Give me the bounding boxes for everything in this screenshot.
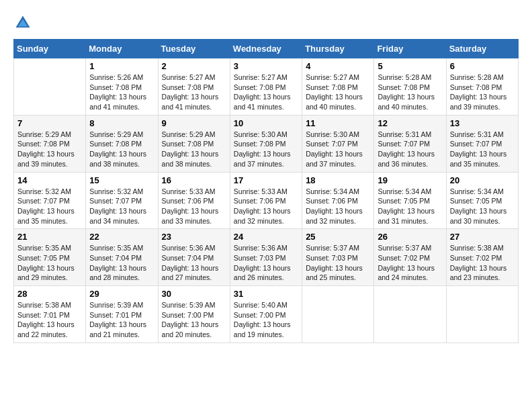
calendar-cell	[374, 286, 446, 343]
calendar-cell: 18Sunrise: 5:34 AM Sunset: 7:06 PM Dayli…	[302, 172, 374, 229]
calendar-cell: 6Sunrise: 5:28 AM Sunset: 7:08 PM Daylig…	[446, 58, 518, 116]
day-info: Sunrise: 5:37 AM Sunset: 7:03 PM Dayligh…	[306, 243, 370, 283]
calendar-cell: 27Sunrise: 5:38 AM Sunset: 7:02 PM Dayli…	[446, 229, 518, 286]
calendar-cell: 29Sunrise: 5:39 AM Sunset: 7:01 PM Dayli…	[86, 286, 158, 343]
column-header-sunday: Sunday	[14, 40, 86, 58]
day-info: Sunrise: 5:34 AM Sunset: 7:05 PM Dayligh…	[378, 187, 442, 226]
day-number: 28	[17, 289, 82, 299]
day-number: 25	[306, 232, 370, 242]
week-row-2: 7Sunrise: 5:29 AM Sunset: 7:08 PM Daylig…	[14, 115, 519, 172]
day-info: Sunrise: 5:36 AM Sunset: 7:03 PM Dayligh…	[234, 243, 298, 283]
day-info: Sunrise: 5:32 AM Sunset: 7:07 PM Dayligh…	[89, 187, 154, 226]
day-number: 9	[162, 118, 226, 128]
day-number: 8	[89, 118, 154, 128]
day-info: Sunrise: 5:36 AM Sunset: 7:04 PM Dayligh…	[162, 243, 226, 283]
day-number: 18	[306, 175, 370, 185]
day-number: 24	[234, 232, 298, 242]
day-number: 26	[378, 232, 442, 242]
day-info: Sunrise: 5:28 AM Sunset: 7:08 PM Dayligh…	[450, 73, 515, 112]
day-number: 16	[162, 175, 226, 185]
day-info: Sunrise: 5:29 AM Sunset: 7:08 PM Dayligh…	[17, 130, 82, 169]
day-info: Sunrise: 5:34 AM Sunset: 7:06 PM Dayligh…	[306, 187, 370, 226]
calendar-cell: 8Sunrise: 5:29 AM Sunset: 7:08 PM Daylig…	[86, 115, 158, 172]
day-info: Sunrise: 5:34 AM Sunset: 7:05 PM Dayligh…	[450, 187, 515, 226]
calendar-cell	[446, 286, 518, 343]
day-number: 5	[378, 61, 442, 71]
day-info: Sunrise: 5:39 AM Sunset: 7:00 PM Dayligh…	[162, 300, 226, 340]
calendar-cell: 12Sunrise: 5:31 AM Sunset: 7:07 PM Dayli…	[374, 115, 446, 172]
calendar-cell: 10Sunrise: 5:30 AM Sunset: 7:08 PM Dayli…	[230, 115, 302, 172]
day-number: 2	[162, 61, 226, 71]
day-number: 21	[17, 232, 82, 242]
calendar-cell: 28Sunrise: 5:38 AM Sunset: 7:01 PM Dayli…	[14, 286, 86, 343]
day-info: Sunrise: 5:31 AM Sunset: 7:07 PM Dayligh…	[450, 130, 515, 169]
week-row-5: 28Sunrise: 5:38 AM Sunset: 7:01 PM Dayli…	[14, 286, 519, 343]
column-header-tuesday: Tuesday	[158, 40, 230, 58]
day-info: Sunrise: 5:30 AM Sunset: 7:08 PM Dayligh…	[234, 130, 298, 169]
day-info: Sunrise: 5:27 AM Sunset: 7:08 PM Dayligh…	[306, 73, 370, 112]
day-number: 17	[234, 175, 298, 185]
day-info: Sunrise: 5:33 AM Sunset: 7:06 PM Dayligh…	[234, 187, 298, 226]
day-number: 20	[450, 175, 515, 185]
day-number: 22	[89, 232, 154, 242]
calendar-cell: 24Sunrise: 5:36 AM Sunset: 7:03 PM Dayli…	[230, 229, 302, 286]
calendar-cell: 19Sunrise: 5:34 AM Sunset: 7:05 PM Dayli…	[374, 172, 446, 229]
day-number: 10	[234, 118, 298, 128]
column-header-saturday: Saturday	[446, 40, 518, 58]
day-number: 23	[162, 232, 226, 242]
calendar-cell: 1Sunrise: 5:26 AM Sunset: 7:08 PM Daylig…	[86, 58, 158, 116]
day-info: Sunrise: 5:38 AM Sunset: 7:01 PM Dayligh…	[17, 300, 82, 340]
calendar-cell	[14, 58, 86, 116]
calendar-cell: 22Sunrise: 5:35 AM Sunset: 7:04 PM Dayli…	[86, 229, 158, 286]
calendar-cell: 9Sunrise: 5:29 AM Sunset: 7:08 PM Daylig…	[158, 115, 230, 172]
column-header-monday: Monday	[86, 40, 158, 58]
week-row-1: 1Sunrise: 5:26 AM Sunset: 7:08 PM Daylig…	[14, 58, 519, 116]
column-header-thursday: Thursday	[302, 40, 374, 58]
day-info: Sunrise: 5:27 AM Sunset: 7:08 PM Dayligh…	[162, 73, 226, 112]
day-info: Sunrise: 5:37 AM Sunset: 7:02 PM Dayligh…	[378, 243, 442, 283]
day-number: 19	[378, 175, 442, 185]
column-header-friday: Friday	[374, 40, 446, 58]
day-info: Sunrise: 5:31 AM Sunset: 7:07 PM Dayligh…	[378, 130, 442, 169]
day-info: Sunrise: 5:30 AM Sunset: 7:07 PM Dayligh…	[306, 130, 370, 169]
column-header-wednesday: Wednesday	[230, 40, 302, 58]
calendar-cell: 7Sunrise: 5:29 AM Sunset: 7:08 PM Daylig…	[14, 115, 86, 172]
calendar-cell: 16Sunrise: 5:33 AM Sunset: 7:06 PM Dayli…	[158, 172, 230, 229]
calendar-cell: 15Sunrise: 5:32 AM Sunset: 7:07 PM Dayli…	[86, 172, 158, 229]
calendar-cell: 23Sunrise: 5:36 AM Sunset: 7:04 PM Dayli…	[158, 229, 230, 286]
day-info: Sunrise: 5:28 AM Sunset: 7:08 PM Dayligh…	[378, 73, 442, 112]
calendar-table: SundayMondayTuesdayWednesdayThursdayFrid…	[13, 39, 519, 343]
logo	[13, 13, 35, 32]
day-number: 6	[450, 61, 515, 71]
day-number: 3	[234, 61, 298, 71]
day-number: 31	[234, 289, 298, 299]
calendar-cell: 2Sunrise: 5:27 AM Sunset: 7:08 PM Daylig…	[158, 58, 230, 116]
day-info: Sunrise: 5:33 AM Sunset: 7:06 PM Dayligh…	[162, 187, 226, 226]
calendar-cell: 21Sunrise: 5:35 AM Sunset: 7:05 PM Dayli…	[14, 229, 86, 286]
day-info: Sunrise: 5:40 AM Sunset: 7:00 PM Dayligh…	[234, 300, 298, 340]
calendar-cell: 30Sunrise: 5:39 AM Sunset: 7:00 PM Dayli…	[158, 286, 230, 343]
week-row-4: 21Sunrise: 5:35 AM Sunset: 7:05 PM Dayli…	[14, 229, 519, 286]
calendar-cell: 14Sunrise: 5:32 AM Sunset: 7:07 PM Dayli…	[14, 172, 86, 229]
day-info: Sunrise: 5:29 AM Sunset: 7:08 PM Dayligh…	[162, 130, 226, 169]
day-info: Sunrise: 5:35 AM Sunset: 7:04 PM Dayligh…	[89, 243, 154, 283]
calendar-cell: 17Sunrise: 5:33 AM Sunset: 7:06 PM Dayli…	[230, 172, 302, 229]
day-info: Sunrise: 5:26 AM Sunset: 7:08 PM Dayligh…	[89, 73, 154, 112]
day-info: Sunrise: 5:27 AM Sunset: 7:08 PM Dayligh…	[234, 73, 298, 112]
day-number: 11	[306, 118, 370, 128]
day-number: 15	[89, 175, 154, 185]
day-number: 12	[378, 118, 442, 128]
day-info: Sunrise: 5:29 AM Sunset: 7:08 PM Dayligh…	[89, 130, 154, 169]
day-number: 1	[89, 61, 154, 71]
calendar-cell: 3Sunrise: 5:27 AM Sunset: 7:08 PM Daylig…	[230, 58, 302, 116]
calendar-cell: 13Sunrise: 5:31 AM Sunset: 7:07 PM Dayli…	[446, 115, 518, 172]
day-number: 4	[306, 61, 370, 71]
calendar-cell: 26Sunrise: 5:37 AM Sunset: 7:02 PM Dayli…	[374, 229, 446, 286]
calendar-cell	[302, 286, 374, 343]
day-number: 29	[89, 289, 154, 299]
calendar-cell: 11Sunrise: 5:30 AM Sunset: 7:07 PM Dayli…	[302, 115, 374, 172]
logo-icon	[13, 13, 32, 32]
calendar-cell: 25Sunrise: 5:37 AM Sunset: 7:03 PM Dayli…	[302, 229, 374, 286]
day-info: Sunrise: 5:38 AM Sunset: 7:02 PM Dayligh…	[450, 243, 515, 283]
day-number: 7	[17, 118, 82, 128]
